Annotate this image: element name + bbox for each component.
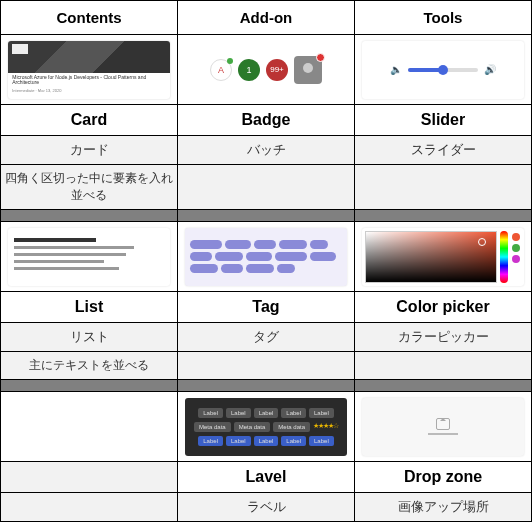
card-image <box>8 41 170 73</box>
tag-title: Tag <box>178 292 355 323</box>
volume-low-icon: 🔈 <box>390 64 402 75</box>
badge-sub: バッチ <box>178 136 355 165</box>
empty-sub <box>1 493 178 522</box>
color-presets <box>511 231 521 283</box>
dropzone-title: Drop zone <box>355 462 532 493</box>
row1-thumbnails: Microsoft Azure for Node.js Developers -… <box>1 35 532 105</box>
meta-chip: Meta data <box>273 422 310 432</box>
slider-preview: 🔈 🔊 <box>362 41 524 99</box>
badge-avatar <box>294 56 322 84</box>
badge-desc <box>178 165 355 210</box>
tag-pill-icon <box>277 264 295 273</box>
list-thumb-cell <box>1 222 178 292</box>
row2-desc: 主にテキストを並べる <box>1 352 532 380</box>
preset-dot-icon <box>512 255 520 263</box>
dropzone-sub: 画像アップ場所 <box>355 493 532 522</box>
color-gradient <box>365 231 497 283</box>
card-headline: Microsoft Azure for Node.js Developers -… <box>8 73 170 88</box>
dropzone-preview <box>362 398 524 456</box>
row3-titles: Lavel Drop zone <box>1 462 532 493</box>
label-chip: Label <box>309 408 334 418</box>
row3-thumbnails: Label Label Label Label Label Meta data … <box>1 392 532 462</box>
tag-pill-icon <box>190 264 218 273</box>
card-sub: カード <box>1 136 178 165</box>
label-row: Meta data Meta data Meta data ★★★★☆ <box>190 422 342 432</box>
label-chip-active: Label <box>309 436 334 446</box>
dropzone-thumb-cell <box>355 392 532 462</box>
colorpicker-sub: カラーピッカー <box>355 323 532 352</box>
label-chip: Label <box>226 408 251 418</box>
row2-thumbnails <box>1 222 532 292</box>
row2-sub: リスト タグ カラーピッカー <box>1 323 532 352</box>
badge-thumb-cell: A 1 99+ <box>178 35 355 105</box>
label-chip: Label <box>198 408 223 418</box>
colorpicker-desc <box>355 352 532 380</box>
label-title: Lavel <box>178 462 355 493</box>
upload-icon <box>436 418 450 430</box>
label-sub: ラベル <box>178 493 355 522</box>
preset-dot-icon <box>512 233 520 241</box>
tag-pill-icon <box>310 252 336 261</box>
badge-preview: A 1 99+ <box>185 41 347 99</box>
divider-2 <box>1 380 532 392</box>
badge-title: Badge <box>178 105 355 136</box>
list-line-icon <box>14 260 104 263</box>
slider-title: Slider <box>355 105 532 136</box>
label-chip: Label <box>281 408 306 418</box>
badge-overflow: 99+ <box>266 59 288 81</box>
meta-chip: Meta data <box>194 422 231 432</box>
tag-thumb-cell <box>178 222 355 292</box>
table-header-row: Contents Add-on Tools <box>1 1 532 35</box>
label-chip: Label <box>254 408 279 418</box>
ui-component-table: Contents Add-on Tools Microsoft Azure fo… <box>0 0 532 522</box>
tag-pill-icon <box>225 240 251 249</box>
card-preview: Microsoft Azure for Node.js Developers -… <box>8 41 170 99</box>
tag-pill-icon <box>279 240 307 249</box>
list-line-icon <box>14 238 96 242</box>
list-title: List <box>1 292 178 323</box>
tag-pill-icon <box>221 264 243 273</box>
row1-sub: カード バッチ スライダー <box>1 136 532 165</box>
tag-pill-icon <box>190 252 212 261</box>
tag-pill-icon <box>310 240 328 249</box>
label-chip-active: Label <box>198 436 223 446</box>
slider-knob <box>438 65 448 75</box>
tag-preview <box>185 228 347 286</box>
card-title: Card <box>1 105 178 136</box>
row1-titles: Card Badge Slider <box>1 105 532 136</box>
colorpicker-title: Color picker <box>355 292 532 323</box>
badge-letter: A <box>210 59 232 81</box>
hue-slider-icon <box>500 231 508 283</box>
card-thumb-cell: Microsoft Azure for Node.js Developers -… <box>1 35 178 105</box>
list-line-icon <box>14 267 119 270</box>
empty-title <box>1 462 178 493</box>
list-desc: 主にテキストを並べる <box>1 352 178 380</box>
badge-count: 1 <box>238 59 260 81</box>
row2-titles: List Tag Color picker <box>1 292 532 323</box>
volume-high-icon: 🔊 <box>484 64 496 75</box>
slider-track <box>408 68 478 72</box>
label-chip-active: Label <box>281 436 306 446</box>
list-line-icon <box>14 246 134 249</box>
tag-sub: タグ <box>178 323 355 352</box>
tag-pill-icon <box>275 252 307 261</box>
tag-pill-icon <box>190 240 222 249</box>
label-row: Label Label Label Label Label <box>190 408 342 418</box>
colorpicker-thumb-cell <box>355 222 532 292</box>
list-preview <box>8 228 170 286</box>
list-sub: リスト <box>1 323 178 352</box>
preset-dot-icon <box>512 244 520 252</box>
tag-pill-icon <box>254 240 276 249</box>
star-rating-icon: ★★★★☆ <box>313 422 338 432</box>
label-thumb-cell: Label Label Label Label Label Meta data … <box>178 392 355 462</box>
meta-chip: Meta data <box>234 422 271 432</box>
tag-pill-icon <box>246 264 274 273</box>
header-contents: Contents <box>1 1 178 35</box>
list-line-icon <box>14 253 126 256</box>
label-chip-active: Label <box>254 436 279 446</box>
card-meta: Intermediate · Mar 13, 2020 <box>8 88 170 93</box>
empty-thumb-cell <box>1 392 178 462</box>
tag-desc <box>178 352 355 380</box>
header-addon: Add-on <box>178 1 355 35</box>
divider-1 <box>1 210 532 222</box>
